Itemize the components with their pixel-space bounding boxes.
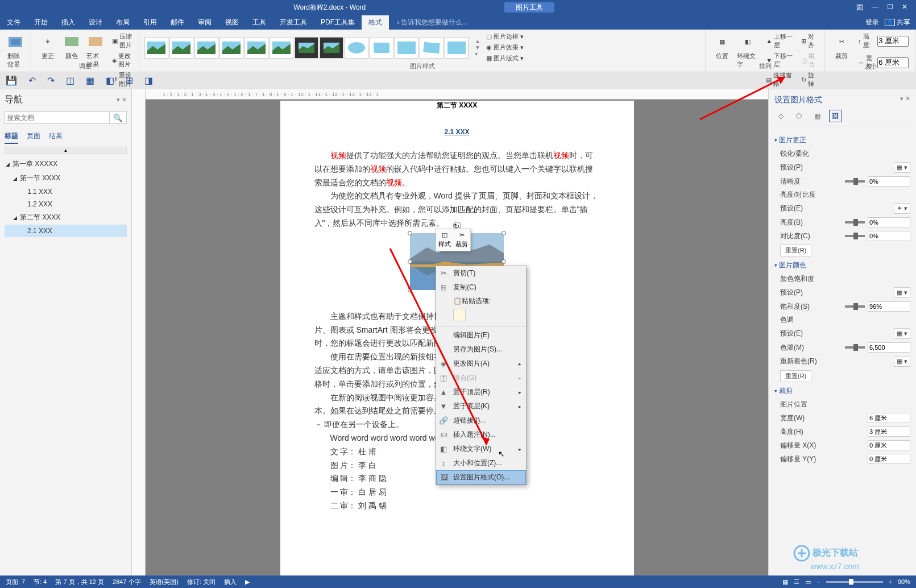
cm-size-pos[interactable]: ↕大小和位置(Z)... xyxy=(436,456,526,470)
selection-button[interactable]: ▤ 选择窗格 xyxy=(764,70,796,89)
ribbon-options-icon[interactable]: 囸 xyxy=(856,3,863,13)
tree-item[interactable]: 1.1 XXX xyxy=(5,185,127,198)
sb-lang[interactable]: 英语(美国) xyxy=(150,578,179,586)
qat-btn8[interactable]: ◨ xyxy=(144,75,153,86)
rp-presetP2-dd[interactable]: ▦ ▾ xyxy=(894,287,910,298)
pic-effect-button[interactable]: ◉图片效果 ▾ xyxy=(484,42,526,53)
cm-cut[interactable]: ✂剪切(T) xyxy=(436,266,526,280)
wrap-button[interactable]: ◧环绕文字 xyxy=(734,31,761,89)
cm-format-picture[interactable]: 🖼设置图片格式(O)... xyxy=(436,470,526,485)
rp-presetE-dd[interactable]: ☀ ▾ xyxy=(894,203,910,214)
rp-temp-input[interactable] xyxy=(868,342,910,353)
zoom-out[interactable]: − xyxy=(816,578,820,585)
rp-tab-effects[interactable]: ⬠ xyxy=(793,110,805,122)
resize-handle-ne[interactable] xyxy=(501,231,506,235)
menu-review[interactable]: 审阅 xyxy=(191,15,218,30)
rp-contrast-input[interactable] xyxy=(868,231,910,241)
undo-button[interactable]: ↶ xyxy=(28,75,36,86)
nav-tab-pages[interactable]: 页面 xyxy=(27,130,40,144)
close-icon[interactable]: ✕ xyxy=(902,3,907,13)
rp-clarity-slider[interactable] xyxy=(845,180,865,183)
zoom-in[interactable]: + xyxy=(889,578,892,585)
rp-sec-correct[interactable]: 图片更正 xyxy=(774,133,910,147)
rp-sec-crop[interactable]: 裁剪 xyxy=(774,384,910,398)
menu-insert[interactable]: 插入 xyxy=(55,15,82,30)
pic-border-button[interactable]: ▢图片边框 ▾ xyxy=(484,31,526,42)
remove-background-button[interactable]: 删除背景 xyxy=(5,31,26,70)
compress-button[interactable]: ▣压缩图片 xyxy=(110,31,134,51)
menu-design[interactable]: 设计 xyxy=(82,15,109,30)
pic-style-7[interactable] xyxy=(295,37,318,59)
share-button[interactable]: 👤 共享 xyxy=(885,18,910,27)
pic-style-3[interactable] xyxy=(194,37,218,59)
sb-pageof[interactable]: 第 7 页，共 12 页 xyxy=(55,578,104,586)
pic-style-10[interactable] xyxy=(370,37,393,59)
rp-tab-layout[interactable]: ▦ xyxy=(811,110,823,122)
search-button[interactable]: 🔍 xyxy=(110,111,127,124)
rp-offy-input[interactable] xyxy=(868,454,910,464)
menu-home[interactable]: 开始 xyxy=(27,15,55,30)
pic-style-2[interactable] xyxy=(169,37,193,59)
cm-wrap[interactable]: ◧环绕文字(W)▸ xyxy=(436,442,526,456)
tell-me[interactable]: ♀ 告诉我您想要做什么... xyxy=(389,15,475,30)
paste-option-1[interactable] xyxy=(453,309,466,321)
rp-close[interactable]: ▾ ✕ xyxy=(900,95,910,105)
cm-change-pic[interactable]: ◈更改图片(A)▸ xyxy=(436,357,526,371)
resize-handle-w[interactable] xyxy=(408,259,412,264)
sb-macro[interactable]: ▶ xyxy=(245,578,250,586)
rp-preset-dd[interactable]: ▦ ▾ xyxy=(894,162,910,173)
sb-view1[interactable]: ▦ xyxy=(782,578,788,586)
login-button[interactable]: 登录 xyxy=(865,18,879,27)
menu-layout[interactable]: 布局 xyxy=(109,15,136,30)
tree-item[interactable]: ◢第一章 XXXXX xyxy=(5,157,127,171)
pic-style-5[interactable] xyxy=(244,37,268,59)
menu-pdf[interactable]: PDF工具集 xyxy=(314,15,362,30)
menu-file[interactable]: 文件 xyxy=(0,15,27,30)
rp-tab-fill[interactable]: ◇ xyxy=(774,110,787,122)
rp-temp-slider[interactable] xyxy=(845,346,865,349)
minimize-icon[interactable]: — xyxy=(872,3,878,13)
nav-tab-headings[interactable]: 标题 xyxy=(5,130,18,144)
rotate-button[interactable]: ↻ 旋转 xyxy=(799,70,820,89)
maximize-icon[interactable]: ☐ xyxy=(887,3,893,13)
align-button[interactable]: ⊞ 对齐 xyxy=(799,31,820,51)
cm-copy[interactable]: ⎘复制(C) xyxy=(436,280,526,295)
rp-recolor-dd[interactable]: ▦ ▾ xyxy=(894,356,910,367)
menu-format[interactable]: 格式 xyxy=(362,15,389,30)
resize-handle-sw[interactable] xyxy=(408,288,412,292)
menu-developer[interactable]: 开发工具 xyxy=(273,15,314,30)
save-button[interactable]: 💾 xyxy=(6,75,17,86)
search-input[interactable] xyxy=(5,111,110,124)
rp-sat-input[interactable] xyxy=(868,301,910,312)
sb-page[interactable]: 页面: 7 xyxy=(6,578,25,586)
sb-insert[interactable]: 插入 xyxy=(224,578,237,586)
sb-section[interactable]: 节: 4 xyxy=(34,578,47,586)
cm-caption[interactable]: 🏷插入题注(N)... xyxy=(436,428,526,442)
corrections-button[interactable]: ☀更正 xyxy=(36,31,60,89)
menu-mailings[interactable]: 邮件 xyxy=(164,15,191,30)
zoom-slider[interactable] xyxy=(826,581,883,583)
rp-offx-input[interactable] xyxy=(868,440,910,450)
rp-reset-btn[interactable]: 重置(R) xyxy=(780,245,811,256)
reset-pic-button[interactable]: ↺重设图片 xyxy=(110,70,134,89)
rp-height-input[interactable] xyxy=(868,426,910,437)
rp-sec-color[interactable]: 图片颜色 xyxy=(774,258,910,272)
menu-references[interactable]: 引用 xyxy=(136,15,164,30)
mini-style[interactable]: ◫样式 xyxy=(438,231,451,249)
height-input[interactable] xyxy=(877,36,909,47)
sb-view2[interactable]: ☰ xyxy=(794,578,799,586)
tree-item[interactable]: ◢第二节 XXXX xyxy=(5,210,127,225)
rp-bright-slider[interactable] xyxy=(845,221,865,223)
cm-save-as[interactable]: 另存为图片(S)... xyxy=(436,342,526,357)
cm-hyperlink[interactable]: 🔗超链接(I)... xyxy=(436,413,526,428)
rp-presetE2-dd[interactable]: ▦ ▾ xyxy=(894,328,910,339)
pic-style-13[interactable] xyxy=(445,37,469,59)
position-button[interactable]: ▦位置 xyxy=(710,31,734,89)
sb-track[interactable]: 修订: 关闭 xyxy=(187,578,215,586)
sb-words[interactable]: 2847 个字 xyxy=(113,578,141,586)
menu-tools[interactable]: 工具 xyxy=(246,15,273,30)
tree-item[interactable]: ◢第一节 XXXX xyxy=(5,171,127,185)
color-button[interactable]: 颜色 xyxy=(60,31,84,89)
rp-clarity-input[interactable] xyxy=(868,176,910,187)
mini-crop[interactable]: ✂裁剪 xyxy=(455,231,468,249)
